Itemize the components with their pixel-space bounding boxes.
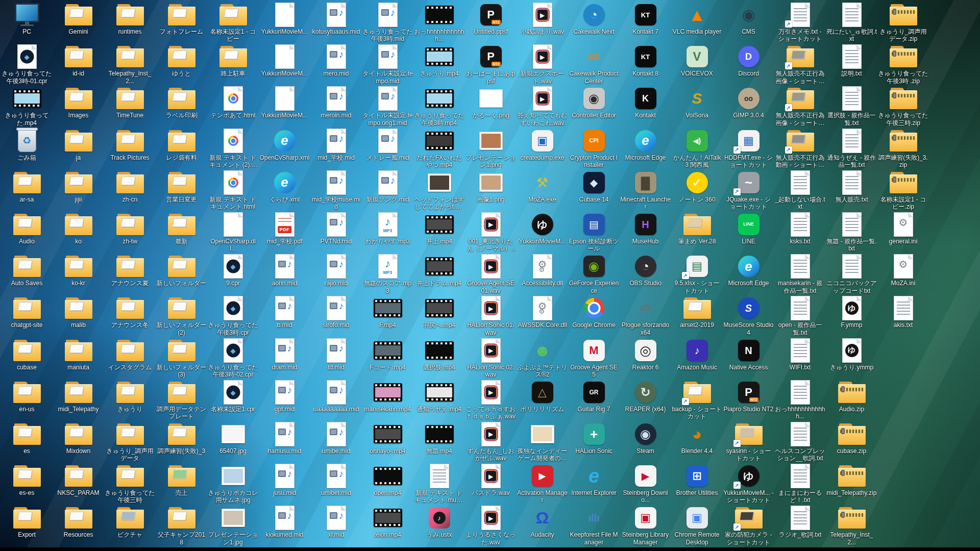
desktop-icon[interactable]: YukkuriMovieM...: [259, 2, 310, 44]
desktop-icon[interactable]: VVOICEVOX: [671, 44, 723, 86]
desktop-icon[interactable]: きゅうり食ってた午後三時.zip: [877, 86, 929, 128]
desktop-icon[interactable]: 羽尻へ.mp4: [413, 295, 465, 337]
desktop-icon[interactable]: アナウンス夏: [104, 254, 156, 295]
desktop-icon[interactable]: Telepathy_Inst_2...: [104, 44, 156, 86]
desktop-icon[interactable]: ♻ごみ箱: [1, 128, 53, 170]
desktop-icon[interactable]: ▣Chrome Remote Desktop: [671, 505, 723, 547]
desktop-icon[interactable]: ▣Steinberg Library Manager: [620, 505, 671, 547]
desktop-icon[interactable]: eOpenCvSharp.xml: [259, 128, 310, 170]
desktop-icon[interactable]: eInternet Explorer: [568, 463, 620, 505]
desktop-icon[interactable]: midi_Telepathy.zip: [826, 463, 877, 505]
desktop-icon[interactable]: ♪メドレー風.mid: [362, 128, 413, 170]
desktop-icon[interactable]: ♪hamusu.mid: [259, 421, 310, 463]
desktop-icon[interactable]: ◆きゅうり食ってた午後3時.cpr: [207, 295, 259, 337]
desktop-icon[interactable]: ⊞Brother Utilities: [671, 463, 723, 505]
desktop-icon[interactable]: ▤Epson 接続診断ツール: [568, 212, 620, 254]
desktop-icon[interactable]: 新規 テキスト ドキュメント.html: [207, 170, 259, 212]
desktop-icon[interactable]: Auto Saves: [1, 254, 53, 295]
desktop-icon[interactable]: Export: [1, 505, 53, 547]
desktop-icon[interactable]: YukkuriMovieM...: [259, 86, 310, 128]
desktop-icon[interactable]: 説明.txt: [826, 44, 877, 86]
desktop-icon[interactable]: eMicrosoft Edge: [723, 254, 774, 295]
desktop-icon[interactable]: manisekarin - 親作品一覧.txt: [774, 254, 826, 295]
desktop-icon[interactable]: NKSC_PARAM: [53, 463, 104, 505]
desktop-icon[interactable]: ♪きゅうり食ってた午後3時.mid: [362, 2, 413, 44]
desktop-icon[interactable]: NNative Access: [723, 338, 774, 380]
desktop-icon[interactable]: フォトフレーム: [156, 2, 207, 44]
desktop-icon[interactable]: Google Chrome: [568, 295, 620, 337]
desktop-icon[interactable]: ヘッドフォンはずしててよかっt.mp4: [413, 170, 465, 212]
desktop-icon[interactable]: ニコニコバックアップコードtxt: [826, 254, 877, 295]
desktop-icon[interactable]: ▦↗HDDFMT.exe - ショートカット: [723, 128, 774, 170]
desktop-icon[interactable]: 無題.mp4: [413, 421, 465, 463]
desktop-icon[interactable]: maniuta: [53, 338, 104, 380]
desktop-icon[interactable]: ko: [53, 212, 104, 254]
desktop-icon[interactable]: おっhhhhhhhhhhhh...: [774, 380, 826, 421]
desktop-icon[interactable]: ↗syasinn - ショートカット: [723, 421, 774, 463]
desktop-icon[interactable]: 調声用データテンプレート: [156, 380, 207, 421]
desktop-icon[interactable]: きゅうり食ってた.mp4: [1, 86, 53, 128]
desktop-icon[interactable]: ooGIMP 3.0.4: [723, 86, 774, 128]
desktop-icon[interactable]: 筆まめ Ver.28: [671, 212, 723, 254]
desktop-icon[interactable]: 選択肢.mp4: [413, 338, 465, 380]
desktop-icon[interactable]: 孤独なインディーゲーム開発者の一生 ...: [517, 421, 568, 463]
desktop-icon[interactable]: ▶Groove Agent SE 01.wav: [465, 254, 517, 295]
desktop-icon[interactable]: きゅうり: [104, 380, 156, 421]
desktop-icon[interactable]: open.mp4: [362, 463, 413, 505]
desktop-icon[interactable]: アナウンス冬: [104, 295, 156, 337]
desktop-icon[interactable]: ♪umibe.mid: [310, 421, 362, 463]
desktop-icon[interactable]: 父子キャンプ2018: [156, 505, 207, 547]
desktop-icon[interactable]: id-id: [53, 44, 104, 86]
desktop-icon[interactable]: ゆきゅうり.ymmp: [826, 338, 877, 380]
desktop-icon[interactable]: en-us: [1, 380, 53, 421]
desktop-icon[interactable]: 死にたい_ゅ歌詞.txt: [826, 2, 877, 44]
desktop-icon[interactable]: きゅうり_調声用データ.zip: [877, 2, 929, 44]
desktop-icon[interactable]: きゅうり食ってた午後3時.mp4: [413, 86, 465, 128]
desktop-icon[interactable]: airset2-2019: [671, 295, 723, 337]
desktop-icon[interactable]: ♪aorin.mid: [259, 254, 310, 295]
desktop-icon[interactable]: SMuseScore Studio 4: [723, 295, 774, 337]
desktop-icon[interactable]: KKontakt: [620, 86, 671, 128]
desktop-icon[interactable]: △ポリリリリズム: [517, 380, 568, 421]
desktop-icon[interactable]: akis.txt: [877, 295, 929, 337]
desktop-icon[interactable]: ♪sirofo.mid: [310, 295, 362, 337]
desktop-icon[interactable]: きゅうり食ってた午後3時 .zip: [877, 44, 929, 86]
desktop-icon[interactable]: ↗家の防犯カメラ - ショートカット: [723, 505, 774, 547]
desktop-icon[interactable]: ~↗JQuake.exe - ショートカット: [723, 170, 774, 212]
desktop-icon[interactable]: teion.mp4: [362, 505, 413, 547]
desktop-icon[interactable]: ♪MP3わかりやす.mp3: [362, 212, 413, 254]
desktop-icon[interactable]: ▶こってゅｈｄすおｆｄｓｂふぁ.wav: [465, 380, 517, 421]
desktop-icon[interactable]: ゆF.ymmp: [826, 295, 877, 337]
desktop-icon[interactable]: ◔Cakewalk Next: [568, 2, 620, 44]
desktop-icon[interactable]: きゅうり.mp4: [413, 44, 465, 86]
desktop-icon[interactable]: ♪kiokumed.mid: [259, 505, 310, 547]
desktop-icon[interactable]: ↗万引きメモ.txt - ショートカット: [774, 2, 826, 44]
desktop-icon[interactable]: きゅうり食ってた午後三時: [104, 463, 156, 505]
desktop-icon[interactable]: ⚒MoZA.exe: [517, 170, 568, 212]
desktop-icon[interactable]: ▶Steinberg Downlo...: [620, 463, 671, 505]
desktop-icon[interactable]: ▣createdump.exe: [517, 128, 568, 170]
desktop-icon[interactable]: cubase: [1, 338, 53, 380]
desktop-icon[interactable]: ↗無人販売不正行為動画 - ショートカット: [774, 128, 826, 170]
desktop-icon[interactable]: まにまにわーるど！.txt: [774, 463, 826, 505]
desktop-icon[interactable]: PC: [1, 2, 53, 44]
desktop-icon[interactable]: ▶001_東北きりたん（ノーマル）_今じゃ...: [465, 212, 517, 254]
desktop-icon[interactable]: 最新: [156, 212, 207, 254]
desktop-icon[interactable]: おっhhhhhhhhhhhh...: [413, 2, 465, 44]
desktop-icon[interactable]: Resources: [53, 505, 104, 547]
desktop-icon[interactable]: PNT2Piapro Studio NT2: [723, 380, 774, 421]
desktop-icon[interactable]: 無題 - 親作品一覧.txt: [826, 212, 877, 254]
desktop-icon[interactable]: ラジオ_歌詞.txt: [774, 505, 826, 547]
desktop-icon[interactable]: Fコード.mp4: [362, 338, 413, 380]
desktop-icon[interactable]: ≡≡Cakewalk Product Center: [568, 44, 620, 86]
desktop-icon[interactable]: ゆYukkuriMovieM...: [517, 212, 568, 254]
desktop-icon[interactable]: ΩAudacity: [517, 505, 568, 547]
desktop-icon[interactable]: SVoiSona: [671, 86, 723, 128]
desktop-icon[interactable]: ♪うみ.ustx: [413, 505, 465, 547]
desktop-icon[interactable]: ♪uaaaaaaaaa.mid: [310, 380, 362, 421]
desktop-icon[interactable]: ♪mero.mid: [310, 44, 362, 86]
desktop-icon[interactable]: es-es: [1, 463, 53, 505]
desktop-icon[interactable]: KTKontakt 7: [620, 2, 671, 44]
desktop-icon[interactable]: 路上駐車: [207, 44, 259, 86]
desktop-icon[interactable]: 井上.mp4: [413, 212, 465, 254]
